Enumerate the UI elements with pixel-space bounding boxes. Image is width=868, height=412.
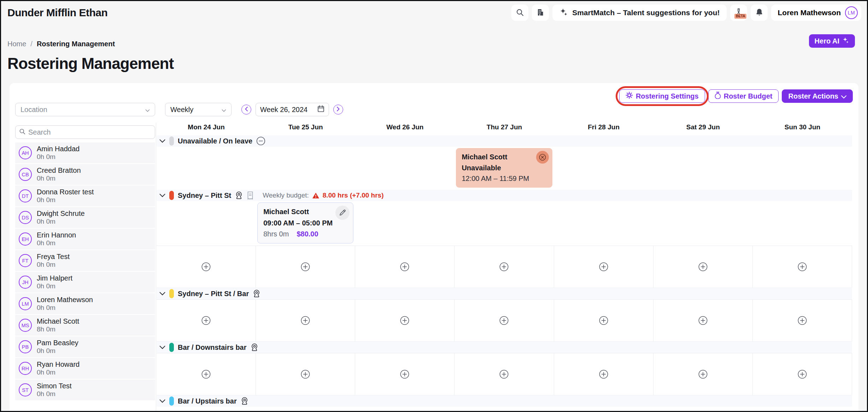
location-select[interactable]: Location <box>15 103 155 116</box>
location-pin-icon <box>253 289 260 298</box>
plus-circle-icon <box>499 316 509 325</box>
employee-name: Jim Halpert <box>37 274 72 282</box>
add-shift-cell[interactable] <box>653 353 753 395</box>
section-header-sydney-pitt-st-bar: Sydney – Pitt St / Bar <box>157 288 852 299</box>
employee-info: Freya Test0h 0m <box>37 253 70 269</box>
hero-ai-button[interactable]: Hero AI <box>809 34 855 48</box>
plus-circle-icon <box>300 262 310 272</box>
shift-card[interactable]: Michael Scott09:00 AM – 05:00 PM8hrs 0m$… <box>257 202 353 243</box>
global-search-button[interactable] <box>511 5 528 21</box>
section-collapse-chevron-icon[interactable] <box>159 292 165 295</box>
add-shift-cell[interactable] <box>554 353 653 395</box>
add-shift-cell[interactable] <box>157 353 256 395</box>
employee-list-item[interactable]: DSDwight Schrute0h 0m <box>15 207 155 228</box>
rostering-settings-button[interactable]: Rostering Settings <box>619 89 705 103</box>
next-week-button[interactable] <box>333 105 343 114</box>
employee-list-item[interactable]: EHErin Hannon0h 0m <box>15 229 155 249</box>
budget-details-button[interactable] <box>247 191 254 200</box>
add-shift-cell[interactable] <box>554 246 653 288</box>
section-cards-row: Michael Scott09:00 AM – 05:00 PM8hrs 0m$… <box>157 201 852 246</box>
day-header: Wed 26 Jun <box>355 123 454 135</box>
day-header-row: Mon 24 JunTue 25 JunWed 26 JunThu 27 Jun… <box>157 123 852 135</box>
smartmatch-button[interactable]: SmartMatch – Talent suggestions for you! <box>552 5 727 21</box>
remove-unavailability-button[interactable] <box>536 151 549 164</box>
add-shift-cell[interactable] <box>554 300 653 341</box>
employee-hours: 0h 0m <box>37 347 78 355</box>
roster-actions-label: Roster Actions <box>788 92 838 100</box>
add-shift-cell[interactable] <box>653 300 753 341</box>
add-shift-cell[interactable] <box>256 246 355 288</box>
view-mode-select[interactable]: Weekly <box>165 103 231 116</box>
add-shift-cell[interactable] <box>653 246 753 288</box>
section-collapse-chevron-icon[interactable] <box>159 346 165 349</box>
add-shift-cell[interactable] <box>454 246 554 288</box>
employee-list-item[interactable]: PBPam Beasley0h 0m <box>15 336 155 357</box>
employee-list-item[interactable]: RHRyan Howard0h 0m <box>15 358 155 379</box>
add-shift-cell[interactable] <box>753 300 852 341</box>
week-picker-input[interactable]: Week 26, 2024 <box>256 103 329 116</box>
employee-list-item[interactable]: LMLoren Mathewson0h 0m <box>15 293 155 314</box>
sparkles-icon <box>559 8 568 18</box>
employee-list-item[interactable]: MSMichael Scott8h 0m <box>15 315 155 336</box>
add-shift-cell[interactable] <box>355 353 454 395</box>
add-shift-cell[interactable] <box>256 353 355 395</box>
add-shift-cell[interactable] <box>157 246 256 288</box>
add-shift-cell[interactable] <box>454 353 554 395</box>
edit-shift-button[interactable] <box>335 206 350 220</box>
section-collapse-chevron-icon[interactable] <box>159 399 165 403</box>
roster-sections: Unavailable / On leaveMichael ScottUnava… <box>157 135 852 407</box>
user-name: Loren Mathewson <box>778 8 841 17</box>
plus-circle-icon <box>698 369 708 379</box>
unavailability-time: 12:00 AM – 11:59 PM <box>462 175 546 183</box>
previous-week-button[interactable] <box>241 105 251 114</box>
section-label: Sydney – Pitt St <box>178 192 231 200</box>
add-shift-cell[interactable] <box>753 353 852 395</box>
employee-name: Dwight Schrute <box>37 210 85 218</box>
breadcrumb-separator: / <box>30 40 33 48</box>
employee-name: Donna Roster test <box>37 188 94 196</box>
employee-name: Simon Test <box>37 382 72 390</box>
user-menu-button[interactable]: Loren Mathewson LM <box>771 5 861 21</box>
roster-actions-button[interactable]: Roster Actions <box>782 89 853 103</box>
add-shift-cell[interactable] <box>355 300 454 341</box>
chevron-down-icon <box>841 92 846 100</box>
employee-list-item[interactable]: AHAmin Haddad0h 0m <box>15 142 155 163</box>
employee-info: Donna Roster test0h 0m <box>37 188 94 204</box>
employee-search[interactable] <box>15 125 155 139</box>
add-shift-cell[interactable] <box>454 300 554 341</box>
roster-budget-button[interactable]: Roster Budget <box>708 89 779 103</box>
notifications-button[interactable] <box>751 5 768 21</box>
beta-badge: BETA <box>734 14 746 19</box>
gear-icon <box>626 92 633 101</box>
section-collapse-chevron-icon[interactable] <box>159 139 165 143</box>
calendar-icon <box>317 105 324 114</box>
add-shift-cell[interactable] <box>157 300 256 341</box>
employee-list-item[interactable]: JHJim Halpert0h 0m <box>15 272 155 293</box>
labs-beta-button[interactable]: BETA <box>730 5 747 21</box>
organisation-button[interactable] <box>532 5 549 21</box>
section-collapse-chevron-icon[interactable] <box>159 194 165 197</box>
section-color-tag <box>169 343 174 352</box>
add-shift-cell[interactable] <box>753 246 852 288</box>
breadcrumb-home-link[interactable]: Home <box>7 40 26 48</box>
hide-section-button[interactable] <box>256 136 265 146</box>
unavailable-card[interactable]: Michael ScottUnavailable12:00 AM – 11:59… <box>456 148 552 188</box>
budget-receipt-icon <box>247 191 254 200</box>
add-shift-cell[interactable] <box>256 300 355 341</box>
search-icon <box>19 128 25 136</box>
employee-list-item[interactable]: FTFreya Test0h 0m <box>15 250 155 271</box>
section-label: Sydney – Pitt St / Bar <box>178 290 249 298</box>
employee-hours: 0h 0m <box>37 175 81 182</box>
employee-name: Loren Mathewson <box>37 296 93 304</box>
add-shift-cell[interactable] <box>355 246 454 288</box>
employee-list-item[interactable]: DTDonna Roster test0h 0m <box>15 186 155 206</box>
employee-list-item[interactable]: STSimon Test0h 0m <box>15 379 155 400</box>
section-color-tag <box>169 136 174 146</box>
plus-circle-icon <box>400 262 410 272</box>
employee-search-input[interactable] <box>28 128 151 136</box>
employee-list-item[interactable]: CBCreed Bratton0h 0m <box>15 164 155 185</box>
plus-circle-icon <box>698 316 708 325</box>
employee-name: Ryan Howard <box>37 360 80 369</box>
employee-hours: 0h 0m <box>37 239 76 247</box>
day-header: Tue 25 Jun <box>256 123 355 135</box>
